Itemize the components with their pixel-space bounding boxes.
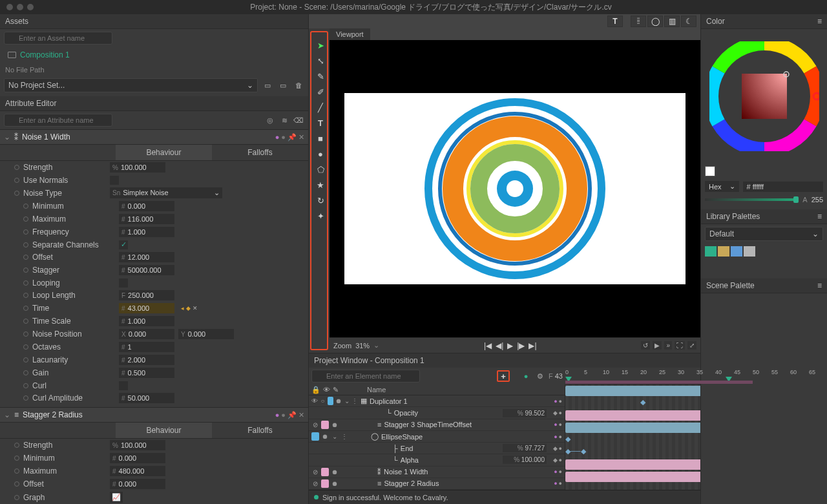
tab-behaviour[interactable]: Behaviour [116, 423, 212, 438]
attr2-strength-field[interactable]: %100.000 [110, 440, 165, 450]
link-icon[interactable]: ● [275, 411, 280, 419]
close-icon[interactable]: ✕ [298, 133, 304, 142]
color-format-select[interactable]: Hex⌄ [705, 181, 739, 192]
attr-time-field[interactable]: #43.000 [119, 303, 174, 313]
direct-select-tool-icon[interactable]: ⤡ [314, 54, 327, 67]
grid-icon[interactable]: ⦙⦙ [631, 16, 646, 27]
track-bar[interactable] [565, 423, 700, 433]
layer-duplicator[interactable]: 👁○⏺⌄⋮ ▦Duplicator 1 ●● [309, 395, 565, 407]
tab-falloffs[interactable]: Falloffs [212, 423, 308, 438]
layer-noise1[interactable]: ⊘⏺ ⁑Noise 1 Width ●● [309, 467, 565, 478]
moon-icon[interactable]: ☾ [681, 16, 696, 27]
frame-number[interactable]: 43 [555, 372, 563, 380]
attr2-min-field[interactable]: #0.000 [110, 453, 165, 463]
layer-alpha[interactable]: └ Alpha % 100.000 ◆● [309, 454, 565, 466]
collapse-icon[interactable]: ⌄ [4, 132, 10, 142]
asset-search-input[interactable] [4, 32, 112, 45]
alpha-value[interactable]: 255 [811, 196, 823, 204]
zoom-value[interactable]: 31% [355, 342, 370, 350]
attr2-offset-field[interactable]: #0.000 [110, 479, 165, 489]
attr-sepch-check[interactable]: ✓ [119, 240, 128, 249]
text-tool-icon[interactable]: T [607, 16, 623, 27]
circle-outline-icon[interactable]: ◯ [647, 16, 663, 27]
attr-noisetype-select[interactable]: SnSimplex Noise⌄ [110, 187, 222, 198]
attr-strength-field[interactable]: %100.000 [110, 162, 165, 173]
viewport-tab[interactable]: Viewport [330, 28, 370, 40]
attr-min-field[interactable]: #0.000 [119, 201, 174, 211]
ruler-icon[interactable]: ▥ [664, 16, 680, 27]
layer-stagger2[interactable]: ⊘⏺ ≡Stagger 2 Radius ●● [309, 478, 565, 490]
attr-oct-field[interactable]: #1 [119, 342, 174, 352]
link2-icon[interactable]: ● [281, 133, 286, 141]
track-bar[interactable] [565, 386, 700, 396]
skip-icon[interactable]: » [664, 341, 672, 350]
attr-max-field[interactable]: #116.000 [119, 214, 174, 224]
keyframe-prev-icon[interactable]: ◂ [181, 305, 184, 311]
sparkle-tool-icon[interactable]: ✦ [314, 209, 327, 222]
pin-icon[interactable]: 📌 [288, 133, 297, 142]
line-tool-icon[interactable]: ╱ [314, 101, 327, 114]
chevron-down-icon[interactable]: ⌄ [373, 341, 379, 350]
attr-offset-field[interactable]: #12.000 [119, 252, 174, 262]
keyframe-icon[interactable]: ◆ [186, 305, 191, 311]
polygon-tool-icon[interactable]: ⬠ [314, 163, 327, 176]
attr-noisepos-x-field[interactable]: X0.000 [119, 329, 174, 339]
arc-tool-icon[interactable]: ↻ [314, 194, 327, 207]
close-icon[interactable]: ✕ [298, 411, 304, 419]
attribute-search-input[interactable] [4, 114, 112, 127]
layer-end[interactable]: ├ End % 97.727 ◆● [309, 443, 565, 454]
folder2-icon[interactable]: ▭ [277, 79, 289, 91]
trash-icon[interactable]: 🗑 [293, 79, 304, 91]
menu-icon[interactable]: ≡ [817, 212, 822, 221]
attr-looping-check[interactable] [119, 278, 128, 288]
play2-icon[interactable]: ▶ [653, 341, 662, 350]
play-icon[interactable]: ▶ [507, 341, 513, 350]
tab-behaviour[interactable]: Behaviour [116, 145, 212, 160]
palette-select[interactable]: Default⌄ [705, 227, 823, 241]
track-bar[interactable] [565, 472, 700, 482]
settings-icon[interactable]: ≋ [278, 114, 290, 126]
project-dropdown[interactable]: No Project Set...⌄ [4, 78, 258, 92]
prev-frame-icon[interactable]: ◀| [496, 341, 503, 350]
layer-ellipse[interactable]: ⏺⌄⋮ ◯EllipseShape ●● [309, 431, 565, 443]
filter-green-icon[interactable]: ● [520, 372, 532, 380]
attr-stagger-field[interactable]: #50000.000 [119, 265, 174, 275]
pin-icon[interactable]: 📌 [288, 411, 297, 419]
hex-input[interactable]: # ffffff [743, 182, 823, 192]
link2-icon[interactable]: ● [281, 411, 286, 419]
work-area-range[interactable] [565, 381, 753, 384]
link-icon[interactable]: ● [275, 133, 280, 141]
asset-item-composition[interactable]: Composition 1 [0, 47, 308, 63]
element-search-input[interactable] [311, 370, 420, 383]
attr-lac-field[interactable]: #2.000 [119, 355, 174, 365]
ellipse-tool-icon[interactable]: ● [314, 147, 327, 160]
tab-falloffs[interactable]: Falloffs [212, 145, 308, 160]
track-bar[interactable] [565, 459, 700, 470]
clear-icon[interactable]: ⌫ [293, 114, 304, 126]
attr-freq-field[interactable]: #1.000 [119, 227, 174, 237]
timeline-tracks[interactable]: ◆◆ ◆◆ ◆──◆ [565, 384, 700, 490]
attr-curl-check[interactable] [119, 381, 128, 390]
select-tool-icon[interactable]: ➤ [314, 39, 327, 52]
color-wheel[interactable] [701, 29, 827, 163]
layer-opacity[interactable]: └ Opacity % 99.502 ◆● [309, 407, 565, 419]
viewport-canvas[interactable] [330, 40, 700, 337]
go-end-icon[interactable]: ▶| [529, 341, 536, 350]
go-start-icon[interactable]: |◀ [484, 341, 492, 350]
collapse-icon[interactable]: ⌄ [4, 410, 10, 419]
attr2-graph-field[interactable]: 📈 [110, 492, 123, 503]
keyframe-clear-icon[interactable]: ✕ [193, 305, 198, 311]
attr-timescale-field[interactable]: #1.000 [119, 316, 174, 326]
attr-noisepos-y-field[interactable]: Y0.000 [178, 329, 234, 339]
current-color-swatch[interactable] [705, 166, 715, 176]
folder-icon[interactable]: ▭ [262, 79, 273, 91]
crop-icon[interactable]: ⛶ [675, 341, 685, 350]
pen-tool-icon[interactable]: ✐ [314, 85, 327, 98]
star-tool-icon[interactable]: ★ [314, 178, 327, 191]
layer-stagger3[interactable]: ⊘⏺ ≡Stagger 3 ShapeTimeOffset ●● [309, 419, 565, 431]
next-frame-icon[interactable]: |▶ [517, 341, 525, 350]
settings-icon[interactable]: ⚙ [534, 372, 546, 381]
menu-icon[interactable]: ≡ [817, 17, 822, 26]
attr-curlamp-field[interactable]: #50.000 [119, 393, 174, 403]
add-element-button[interactable]: + [497, 370, 510, 382]
